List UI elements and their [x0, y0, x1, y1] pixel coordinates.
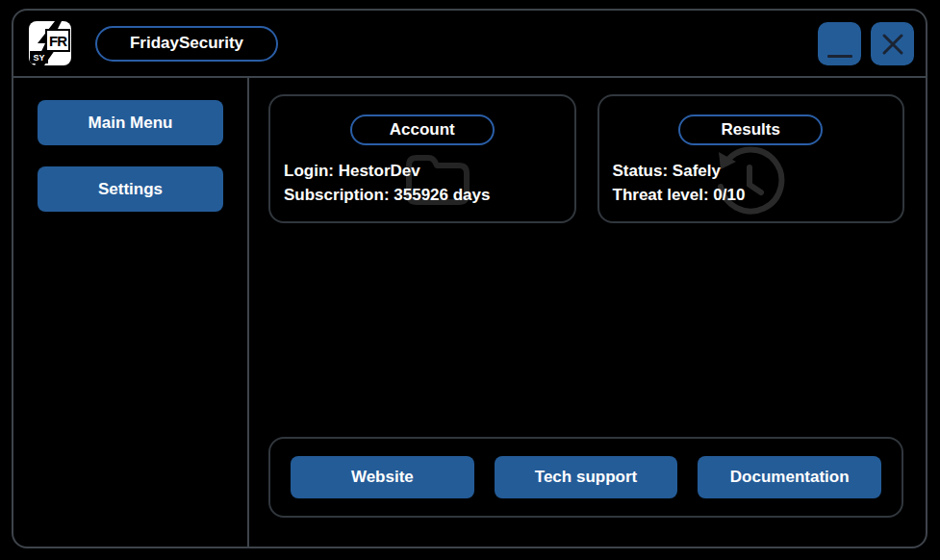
- close-button[interactable]: [871, 22, 914, 65]
- documentation-button[interactable]: Documentation: [698, 456, 881, 498]
- sidebar-item-main-menu[interactable]: Main Menu: [38, 100, 223, 145]
- sidebar-item-settings[interactable]: Settings: [38, 166, 223, 212]
- results-card-title: Results: [722, 120, 780, 140]
- app-title-pill: FridaySecurity: [95, 26, 278, 62]
- window-controls: [818, 22, 914, 65]
- results-status-text: Status: Safely: [613, 159, 746, 183]
- sidebar-item-label: Main Menu: [89, 114, 173, 133]
- website-button-label: Website: [351, 468, 414, 487]
- main-content: Account Login: HestorDev Subscription: 3…: [249, 78, 926, 547]
- logo-fr-text: FR: [45, 29, 70, 52]
- account-card-title-pill: Account: [350, 115, 495, 145]
- titlebar: FR SY FridaySecurity: [13, 11, 926, 78]
- results-card-title-pill: Results: [678, 115, 823, 145]
- documentation-button-label: Documentation: [730, 468, 850, 487]
- account-subscription-text: Subscription: 355926 days: [284, 183, 490, 207]
- account-card: Account Login: HestorDev Subscription: 3…: [268, 94, 576, 223]
- tech-support-button-label: Tech support: [535, 468, 637, 487]
- account-card-lines: Login: HestorDev Subscription: 355926 da…: [284, 159, 490, 207]
- footer-panel: Website Tech support Documentation: [268, 437, 903, 518]
- cards-row: Account Login: HestorDev Subscription: 3…: [268, 94, 904, 223]
- account-card-title: Account: [390, 120, 455, 140]
- minimize-button[interactable]: [818, 22, 861, 65]
- app-title: FridaySecurity: [130, 34, 243, 53]
- tech-support-button[interactable]: Tech support: [495, 456, 678, 498]
- results-threat-text: Threat level: 0/10: [613, 183, 746, 207]
- window-body: Main Menu Settings Account Login: Hes: [13, 78, 926, 547]
- results-card: Results Status: Safely Threat level: 0/1…: [597, 94, 905, 223]
- sidebar-item-label: Settings: [98, 180, 163, 199]
- app-logo: FR SY: [29, 21, 71, 65]
- results-card-lines: Status: Safely Threat level: 0/10: [613, 159, 746, 207]
- website-button[interactable]: Website: [291, 456, 474, 498]
- account-login-text: Login: HestorDev: [284, 159, 490, 183]
- logo-sy-text: SY: [30, 51, 48, 64]
- close-icon: [879, 31, 906, 58]
- sidebar: Main Menu Settings: [13, 78, 249, 547]
- minimize-icon: [827, 55, 852, 58]
- app-window: FR SY FridaySecurity Main Menu Settings: [12, 9, 927, 548]
